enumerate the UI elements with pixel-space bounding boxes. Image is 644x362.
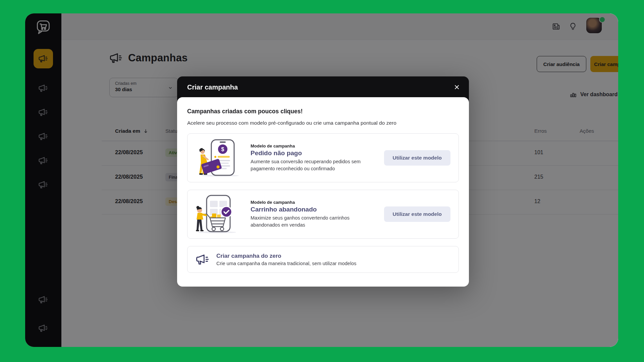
template-description: Aumente sua conversão recuperando pedido… [251, 158, 377, 172]
scratch-description: Crie uma campanha da maneira tradicional… [216, 261, 356, 266]
template-text: Modelo de campanha Carrinho abandonado M… [251, 200, 377, 229]
close-icon[interactable] [453, 84, 460, 90]
use-template-button[interactable]: Utilizar este modelo [384, 206, 450, 222]
modal-heading: Campanhas criadas com poucos cliques! [187, 108, 459, 115]
unpaid-order-illustration: $ [192, 138, 243, 178]
modal-body: Campanhas criadas com poucos cliques! Ac… [177, 97, 469, 287]
modal-title: Criar campanha [187, 82, 238, 92]
scratch-text: Criar campanha do zero Crie uma campanha… [216, 253, 356, 266]
template-text: Modelo de campanha Pedido não pago Aumen… [251, 143, 377, 172]
abandoned-cart-illustration [192, 194, 243, 234]
template-kicker: Modelo de campanha [251, 143, 377, 148]
template-card-unpaid-order[interactable]: $ [187, 133, 459, 182]
app-window: Campanhas Criar audiência Criar campanha… [25, 13, 618, 347]
svg-text:$: $ [221, 146, 224, 152]
modal-subheading: Acelere seu processo com modelo pré-conf… [187, 120, 459, 126]
use-template-button[interactable]: Utilizar este modelo [384, 150, 450, 166]
template-kicker: Modelo de campanha [251, 200, 377, 205]
scratch-title: Criar campanha do zero [216, 253, 356, 259]
template-card-abandoned-cart[interactable]: Modelo de campanha Carrinho abandonado M… [187, 190, 459, 239]
create-from-scratch-card[interactable]: Criar campanha do zero Crie uma campanha… [187, 246, 459, 273]
create-campaign-modal: Criar campanha Campanhas criadas com pou… [177, 76, 469, 287]
template-title: Carrinho abandonado [251, 206, 377, 213]
megaphone-icon [196, 252, 210, 266]
template-description: Maximize seus ganhos convertendo carrinh… [251, 215, 377, 229]
template-title: Pedido não pago [251, 149, 377, 157]
